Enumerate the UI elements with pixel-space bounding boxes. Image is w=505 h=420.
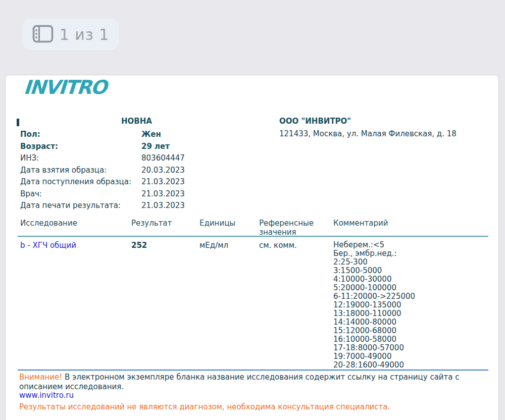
table-header-rule <box>18 236 488 237</box>
pages-icon <box>32 25 54 45</box>
info-value: 21.03.2023 <box>141 201 185 210</box>
comment-line: Бер., эмбр.нед.: <box>333 249 415 258</box>
info-row-age: Возраст:29 лет <box>20 141 303 153</box>
info-row-sample-taken: Дата взятия образца:20.03.2023 <box>20 165 303 177</box>
comment-line: Неберем.:<5 <box>333 241 415 249</box>
comment-line: 13:18000-110000 <box>333 309 415 318</box>
obscured-name-fragment <box>17 119 19 126</box>
info-label: Пол: <box>20 129 141 141</box>
info-value: 21.03.2023 <box>141 189 185 198</box>
column-header-reference: Референсные значения <box>259 219 316 237</box>
info-row-sample-received: Дата поступления образца:21.03.2023 <box>20 176 303 188</box>
comment-line: 20-28:1600-49000 <box>333 361 415 370</box>
attention-note: Внимание! В электронном экземпляре бланк… <box>19 373 494 392</box>
column-header-test: Исследование <box>20 219 77 228</box>
disclaimer-text: Результаты исследований не являются диаг… <box>19 402 494 411</box>
info-label: ИНЗ: <box>20 152 141 165</box>
info-value: 29 лет <box>141 142 170 151</box>
info-label: Возраст: <box>20 141 141 153</box>
comment-line: 3:1500-5000 <box>333 267 415 275</box>
comment-line: 5:20000-100000 <box>333 284 415 292</box>
org-name: ООО "ИНВИТРО" <box>279 117 351 126</box>
info-value: 21.03.2023 <box>141 177 185 186</box>
info-value: Жен <box>141 130 161 139</box>
page-indicator: 1 из 1 <box>22 19 119 50</box>
info-label: Врач: <box>20 188 141 200</box>
comment-line: 6-11:20000->225000 <box>333 292 415 301</box>
invitro-site-link[interactable]: www.invitro.ru <box>19 391 74 400</box>
info-label: Дата взятия образца: <box>20 165 141 177</box>
comment-line: 4:10000-30000 <box>333 275 415 284</box>
column-header-result: Результат <box>131 219 172 228</box>
comment-line: 19:7000-49000 <box>333 352 415 361</box>
comment-line: 12:19000-135000 <box>333 301 415 309</box>
lab-report-page: INVITRO НОВНА ООО "ИНВИТРО" 121433, Моск… <box>5 75 499 420</box>
attention-text: В электронном экземпляре бланка название… <box>19 373 460 391</box>
info-row-inz: ИНЗ:803604447 <box>20 152 303 165</box>
org-address: 121433, Москва, ул. Малая Филевская, д. … <box>279 129 457 138</box>
info-row-print-date: Дата печати результата:21.03.2023 <box>20 200 303 212</box>
comment-list: Неберем.:<5Бер., эмбр.нед.:2:25-3003:150… <box>333 241 415 370</box>
comment-line: 2:25-300 <box>333 258 415 267</box>
table-bottom-rule <box>18 370 488 371</box>
reference-value: см. комм. <box>259 241 297 250</box>
comment-line: 17-18:8000-57000 <box>333 344 415 352</box>
result-value: 252 <box>131 241 147 250</box>
info-value: 803604447 <box>141 153 185 163</box>
comment-line: 14:14000-80000 <box>333 318 415 327</box>
comment-line: 16:10000-58000 <box>333 335 415 344</box>
viewer-background: INVITRO НОВНА ООО "ИНВИТРО" 121433, Моск… <box>0 0 505 420</box>
info-row-sex: Пол:Жен <box>20 129 303 141</box>
patient-info-block: Пол:Жен Возраст:29 лет ИНЗ:803604447 Дат… <box>20 129 303 212</box>
info-value: 20.03.2023 <box>141 166 185 175</box>
info-label: Дата печати результата: <box>20 200 141 212</box>
info-label: Дата поступления образца: <box>20 176 141 188</box>
units-value: мЕд/мл <box>199 241 228 250</box>
patient-name: НОВНА <box>121 117 152 126</box>
info-row-doctor: Врач:21.03.2023 <box>20 188 303 200</box>
column-header-comment: Комментарий <box>333 219 388 228</box>
page-indicator-label: 1 из 1 <box>60 26 110 43</box>
column-header-units: Единицы <box>199 219 235 228</box>
comment-line: 15:12000-68000 <box>333 327 415 335</box>
attention-label: Внимание! <box>19 373 62 382</box>
test-name-link[interactable]: b - ХГЧ общий <box>20 241 76 250</box>
invitro-logo: INVITRO <box>23 76 107 98</box>
